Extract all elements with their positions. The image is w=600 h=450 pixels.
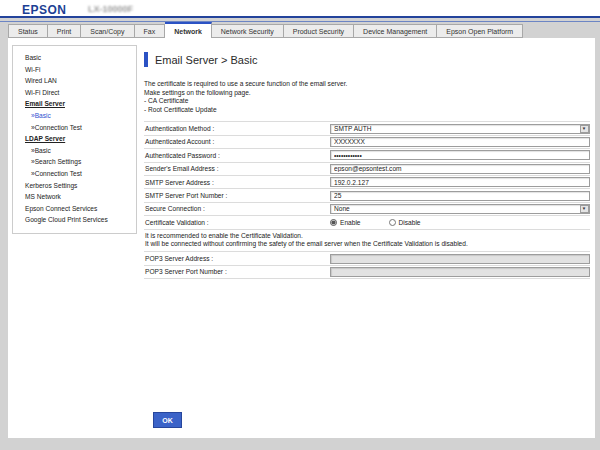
ok-button[interactable]: OK	[153, 412, 182, 428]
form-row-pop3-server-port-number: POP3 Server Port Number :	[144, 265, 590, 279]
note-line: It will be connected without confirming …	[145, 240, 590, 248]
form-row-smtp-server-port-number: SMTP Server Port Number :	[144, 188, 590, 201]
certificate-validation-enable-option[interactable]: Enable	[330, 219, 361, 226]
authenticated-account-input[interactable]	[330, 137, 590, 147]
sidebar-item-email-server-connection-test[interactable]: »Connection Test	[13, 122, 136, 134]
tab-fax[interactable]: Fax	[135, 24, 166, 38]
description-line: - CA Certificate	[144, 97, 590, 106]
select-value: SMTP AUTH	[331, 125, 580, 132]
printer-model-label: LX-10000F	[88, 4, 133, 14]
secure-connection-select[interactable]: None ▼	[330, 204, 590, 214]
radio-label: Enable	[340, 219, 361, 226]
page-title-bar: Email Server > Basic	[144, 52, 590, 67]
form-row-secure-connection: Secure Connection : None ▼	[144, 202, 590, 215]
form-row-authenticated-account: Authenticated Account :	[144, 135, 590, 148]
field-label: Certificate Validation :	[144, 219, 330, 226]
email-server-form: Authentication Method : SMTP AUTH ▼ Auth…	[144, 121, 590, 278]
sidebar-item-google-cloud-print-services[interactable]: Google Cloud Print Services	[13, 214, 136, 226]
tab-network[interactable]: Network	[165, 22, 212, 38]
form-row-authenticated-password: Authenticated Password :	[144, 148, 590, 161]
tab-device-management[interactable]: Device Management	[354, 24, 437, 38]
form-row-smtp-server-address: SMTP Server Address :	[144, 175, 590, 188]
main-tab-bar: Status Print Scan/Copy Fax Network Netwo…	[8, 23, 600, 38]
sidebar-item-ldap-basic[interactable]: »Basic	[13, 145, 136, 157]
sidebar-item-email-server-basic[interactable]: »Basic	[13, 110, 136, 122]
select-value: None	[331, 205, 580, 212]
network-sidebar: Basic Wi-Fi Wired LAN Wi-Fi Direct Email…	[12, 45, 137, 234]
authenticated-password-input[interactable]	[330, 150, 590, 160]
sidebar-item-ms-network[interactable]: MS Network	[13, 191, 136, 203]
epson-logo: EPSON	[22, 3, 67, 17]
sidebar-item-ldap-server[interactable]: LDAP Server	[13, 133, 136, 145]
disable-radio[interactable]	[389, 219, 396, 226]
field-label: Secure Connection :	[144, 205, 330, 212]
field-label: POP3 Server Port Number :	[144, 268, 330, 275]
note-line: It is recommended to enable the Certific…	[145, 232, 590, 240]
description-line: Make settings on the following page.	[144, 89, 590, 98]
tab-status[interactable]: Status	[8, 24, 48, 38]
content-panel: Basic Wi-Fi Wired LAN Wi-Fi Direct Email…	[8, 38, 595, 438]
sidebar-item-epson-connect-services[interactable]: Epson Connect Services	[13, 203, 136, 215]
sidebar-item-email-server[interactable]: Email Server	[13, 98, 136, 110]
field-label: Sender's Email Address :	[144, 165, 330, 172]
tab-product-security[interactable]: Product Security	[284, 24, 354, 38]
chevron-down-icon[interactable]: ▼	[580, 205, 589, 213]
form-row-authentication-method: Authentication Method : SMTP AUTH ▼	[144, 121, 590, 134]
form-row-senders-email-address: Sender's Email Address :	[144, 162, 590, 175]
pop3-server-port-number-input	[330, 267, 590, 277]
field-label: SMTP Server Address :	[144, 179, 330, 186]
sidebar-item-ldap-search-settings[interactable]: »Search Settings	[13, 156, 136, 168]
description-line: - Root Certificate Update	[144, 106, 590, 115]
field-label: Authenticated Account :	[144, 138, 330, 145]
page-description: The certificate is required to use a sec…	[144, 80, 590, 114]
radio-label: Disable	[399, 219, 421, 226]
tab-scan-copy[interactable]: Scan/Copy	[81, 24, 134, 38]
certificate-validation-radio-group: Enable Disable	[330, 219, 421, 226]
field-label: Authenticated Password :	[144, 152, 330, 159]
certificate-validation-disable-option[interactable]: Disable	[389, 219, 421, 226]
certificate-validation-note: It is recommended to enable the Certific…	[144, 229, 590, 252]
main-pane: Email Server > Basic The certificate is …	[144, 38, 590, 279]
chevron-down-icon[interactable]: ▼	[580, 125, 589, 133]
form-row-pop3-server-address: POP3 Server Address :	[144, 251, 590, 264]
tab-print[interactable]: Print	[48, 24, 81, 38]
authentication-method-select[interactable]: SMTP AUTH ▼	[330, 124, 590, 134]
sidebar-item-basic[interactable]: Basic	[13, 52, 136, 64]
enable-radio[interactable]	[330, 219, 337, 226]
form-row-certificate-validation: Certificate Validation : Enable Disable	[144, 215, 590, 228]
tab-epson-open-platform[interactable]: Epson Open Platform	[437, 24, 523, 38]
page-title: Email Server > Basic	[155, 54, 257, 66]
sidebar-item-wired-lan[interactable]: Wired LAN	[13, 75, 136, 87]
sidebar-item-kerberos-settings[interactable]: Kerberos Settings	[13, 180, 136, 192]
field-label: POP3 Server Address :	[144, 255, 330, 262]
app-header: EPSON LX-10000F	[0, 0, 600, 18]
sidebar-item-wifi-direct[interactable]: Wi-Fi Direct	[13, 87, 136, 99]
sidebar-item-wifi[interactable]: Wi-Fi	[13, 64, 136, 76]
pop3-server-address-input	[330, 254, 590, 264]
smtp-server-address-input[interactable]	[330, 177, 590, 187]
field-label: Authentication Method :	[144, 125, 330, 132]
header-divider	[0, 21, 600, 22]
tab-network-security[interactable]: Network Security	[212, 24, 284, 38]
field-label: SMTP Server Port Number :	[144, 192, 330, 199]
title-accent-bar	[144, 52, 148, 67]
senders-email-address-input[interactable]	[330, 164, 590, 174]
smtp-server-port-number-input[interactable]	[330, 191, 590, 201]
description-line: The certificate is required to use a sec…	[144, 80, 590, 89]
sidebar-item-ldap-connection-test[interactable]: »Connection Test	[13, 168, 136, 180]
